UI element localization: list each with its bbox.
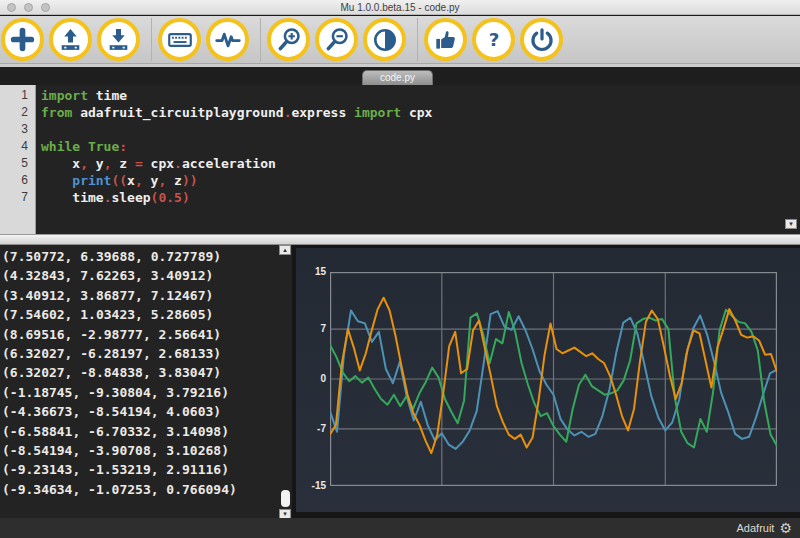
code-line-1: import time: [41, 88, 127, 103]
console-output-line: (4.32843, 7.62263, 3.40912): [2, 268, 213, 283]
window-title: Mu 1.0.0.beta.15 - code.py: [0, 2, 800, 13]
zoom-in-icon: [275, 26, 303, 54]
plot-area: [330, 272, 777, 486]
line-number: 2: [4, 105, 28, 119]
svg-text:?: ?: [488, 29, 499, 50]
editor-scroll-down-button[interactable]: ▾: [785, 219, 797, 229]
y-axis-tick-label: -15: [298, 480, 326, 491]
load-button[interactable]: [49, 18, 92, 61]
zoom-in-button[interactable]: [267, 18, 310, 61]
console-output-line: (-6.58841, -6.70332, 3.14098): [2, 424, 229, 439]
acceleration-plot: [330, 272, 777, 486]
console-output-line: (7.54602, 1.03423, 5.28605): [2, 307, 213, 322]
console-output-line: (6.32027, -6.28197, 2.68133): [2, 346, 221, 361]
y-axis-tick-label: 15: [298, 266, 326, 277]
console-scroll-down-button[interactable]: ▾: [279, 509, 291, 518]
contrast-icon: [371, 26, 399, 54]
console-output-line: (-4.36673, -8.54194, 4.0603): [2, 404, 221, 419]
help-button[interactable]: ?: [472, 18, 515, 61]
plotter-button[interactable]: [206, 18, 249, 61]
console-output-line: (-9.23143, -1.53219, 2.91116): [2, 462, 229, 477]
line-number: 5: [4, 156, 28, 170]
plus-icon: [9, 26, 36, 53]
new-button[interactable]: [1, 18, 44, 61]
mu-window: Mu 1.0.0.beta.15 - code.py ? code.py 123…: [0, 0, 800, 538]
check-button[interactable]: [424, 18, 467, 61]
question-icon: ?: [480, 26, 508, 54]
y-axis-tick-label: 0: [298, 373, 326, 384]
console-output-line: (7.50772, 6.39688, 0.727789): [2, 249, 221, 264]
console-output-line: (8.69516, -2.98777, 2.56641): [2, 327, 221, 342]
title-bar: Mu 1.0.0.beta.15 - code.py: [0, 0, 800, 15]
plotter-pane: 1570-7-15: [296, 248, 800, 512]
console-output-line: (-8.54194, -3.90708, 3.10268): [2, 443, 229, 458]
code-line-2: from adafruit_circuitplayground.express …: [41, 105, 432, 120]
code-line-6: print((x, y, z)): [41, 173, 198, 188]
keyboard-icon: [166, 26, 194, 54]
download-icon: [105, 26, 132, 53]
toolbar-group-separator: [151, 18, 152, 62]
upload-icon: [57, 26, 84, 53]
console-scrollbar-thumb[interactable]: [281, 490, 290, 507]
code-line-4: while True:: [41, 139, 127, 154]
tab-code-py[interactable]: code.py: [362, 70, 433, 85]
line-number: 7: [4, 190, 28, 204]
theme-button[interactable]: [363, 18, 406, 61]
line-number: 4: [4, 139, 28, 153]
power-icon: [528, 26, 556, 54]
y-axis-tick-label: -7: [298, 423, 326, 434]
code-text-area[interactable]: import timefrom adafruit_circuitplaygrou…: [41, 85, 800, 234]
status-bar: Adafruit ⚙: [0, 518, 800, 538]
serial-console[interactable]: ▴ ▾ (7.50772, 6.39688, 0.727789)(4.32843…: [0, 245, 292, 518]
line-number: 3: [4, 122, 28, 136]
zoom-out-icon: [323, 26, 351, 54]
line-number-gutter: 1234567: [0, 85, 36, 234]
console-output-line: (6.32027, -8.84838, 3.83047): [2, 365, 221, 380]
toolbar-group-separator: [417, 18, 418, 62]
bottom-panes: ▴ ▾ (7.50772, 6.39688, 0.727789)(4.32843…: [0, 245, 800, 518]
code-line-5: x, y, z = cpx.acceleration: [41, 156, 276, 171]
save-button[interactable]: [97, 18, 140, 61]
y-axis-tick-label: 7: [298, 323, 326, 334]
code-line-7: time.sleep(0.5): [41, 190, 190, 205]
pulse-icon: [214, 26, 242, 54]
gear-icon[interactable]: ⚙: [779, 521, 792, 535]
quit-button[interactable]: [520, 18, 563, 61]
console-output-line: (-1.18745, -9.30804, 3.79216): [2, 385, 229, 400]
mode-label: Adafruit: [737, 522, 775, 534]
thumbs-up-icon: [432, 26, 460, 54]
console-scroll-up-button[interactable]: ▴: [279, 245, 291, 255]
zoom-out-button[interactable]: [315, 18, 358, 61]
tab-bar: code.py: [0, 67, 800, 85]
serial-button[interactable]: [158, 18, 201, 61]
toolbar: ?: [0, 16, 800, 64]
console-output-line: (-9.34634, -1.07253, 0.766094): [2, 482, 237, 497]
line-number: 6: [4, 173, 28, 187]
console-output-line: (3.40912, 3.86877, 7.12467): [2, 288, 213, 303]
line-number: 1: [4, 88, 28, 102]
code-editor[interactable]: 1234567 import timefrom adafruit_circuit…: [0, 85, 800, 234]
pane-splitter-handle[interactable]: [0, 234, 800, 245]
toolbar-group-separator: [260, 18, 261, 62]
